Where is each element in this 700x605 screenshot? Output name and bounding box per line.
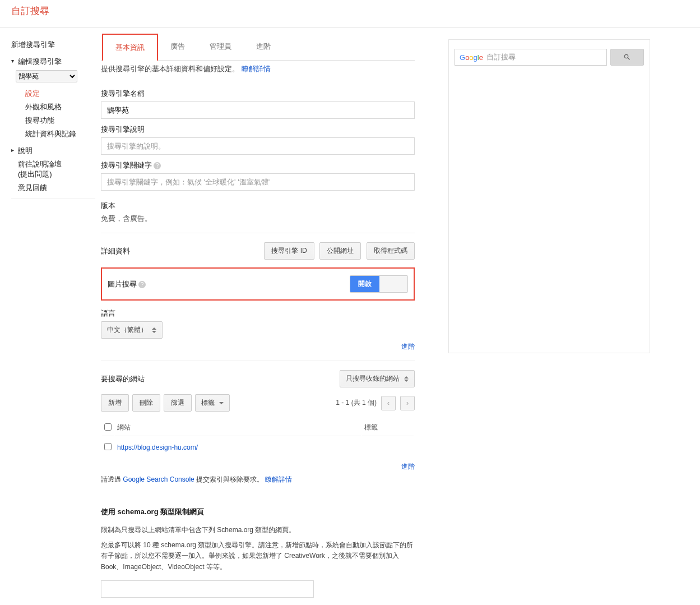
tabs: 基本資訊 廣告 管理員 進階 [101,34,415,61]
tab-description: 提供搜尋引擎的基本詳細資料和偏好設定。 瞭解詳情 [101,61,415,83]
version-value: 免費，含廣告。 [101,214,415,224]
learn-more-link[interactable]: 瞭解詳情 [242,64,271,73]
sidebar-item-settings[interactable]: 設定 [11,87,95,100]
schema-p2: 您最多可以將 10 種 schema.org 類型加入搜尋引擎。請注意，新增節點… [101,540,415,572]
schema-p1: 限制為只搜尋以上網站清單中包含下列 Schema.org 類型的網頁。 [101,525,415,535]
sites-table: 網站 標籤 https://blog.design-hu.com/ [101,418,415,459]
sidebar-edit-engine[interactable]: 編輯搜尋引擎 [11,55,95,68]
advanced-link-2[interactable]: 進階 [401,463,415,470]
preview-search-input[interactable]: Google 自訂搜尋 [455,49,607,66]
col-site: 網站 [115,419,361,436]
public-url-button[interactable]: 公開網址 [319,242,361,260]
details-label: 詳細資料 [101,246,130,256]
get-code-button[interactable]: 取得程式碼 [367,242,415,260]
delete-button[interactable]: 刪除 [132,394,160,412]
site-link[interactable]: https://blog.design-hu.com/ [117,444,198,451]
schema-input[interactable] [101,580,314,598]
sidebar-forum[interactable]: 前往說明論壇 (提出問題) [11,158,95,181]
main-content: 基本資訊 廣告 管理員 進階 提供搜尋引擎的基本詳細資料和偏好設定。 瞭解詳情 … [95,28,415,605]
prev-page-button[interactable]: ‹ [381,396,396,410]
name-label: 搜尋引擎名稱 [101,89,415,99]
engine-id-button[interactable]: 搜尋引擎 ID [264,242,314,260]
tab-basic[interactable]: 基本資訊 [102,34,158,61]
lang-label: 語言 [101,308,415,318]
help-icon[interactable]: ? [138,281,146,288]
sites-mode-select[interactable]: 只搜尋收錄的網站 [340,370,415,387]
preview-panel: Google 自訂搜尋 [448,39,650,353]
next-page-button[interactable]: › [400,396,415,410]
sidebar: 新增搜尋引擎 編輯搜尋引擎 鵠學苑 設定 外觀和風格 搜尋功能 統計資料與記錄 … [11,28,95,605]
kw-input[interactable] [101,173,415,191]
sites-label: 要搜尋的網站 [101,374,145,384]
sidebar-item-stats[interactable]: 統計資料與記錄 [11,127,95,141]
image-search-toggle[interactable]: 開啟 [350,275,408,293]
search-icon [623,53,631,61]
gsc-more-link[interactable]: 瞭解詳情 [265,475,292,483]
sidebar-item-lookfeel[interactable]: 外觀和風格 [11,100,95,114]
table-row: https://blog.design-hu.com/ [102,437,414,458]
page-title: 自訂搜尋 [0,0,700,22]
select-all-checkbox[interactable] [104,423,112,431]
schema-title: 使用 schema.org 類型限制網頁 [101,507,415,517]
filter-button[interactable]: 篩選 [164,394,192,412]
desc-input[interactable] [101,137,415,155]
engine-select[interactable]: 鵠學苑 [16,70,77,82]
preview-search-button[interactable] [610,49,644,66]
help-icon[interactable]: ? [154,162,161,169]
tag-dropdown[interactable]: 標籤 [195,394,230,412]
pagination-text: 1 - 1 (共 1 個) [336,398,377,408]
row-checkbox[interactable] [104,443,112,450]
google-logo: Google [460,53,483,62]
version-label: 版本 [101,201,415,211]
col-tag: 標籤 [362,419,414,436]
desc-label: 搜尋引擎說明 [101,124,415,135]
gsc-link[interactable]: Google Search Console [123,475,194,483]
gsc-text: 請透過 Google Search Console 提交索引與移除要求。 瞭解詳… [101,475,415,484]
tab-advanced[interactable]: 進階 [244,34,283,60]
add-button[interactable]: 新增 [101,394,129,412]
sidebar-new-engine[interactable]: 新增搜尋引擎 [11,38,95,52]
advanced-link[interactable]: 進階 [401,343,415,350]
image-search-highlight: 圖片搜尋? 開啟 [101,267,415,301]
sidebar-help[interactable]: 說明 [11,144,95,158]
sidebar-feedback[interactable]: 意見回饋 [11,181,95,195]
tab-admin[interactable]: 管理員 [197,34,244,60]
tab-ads[interactable]: 廣告 [158,34,197,60]
image-search-label: 圖片搜尋? [108,279,146,289]
lang-select[interactable]: 中文（繁體） [101,321,163,339]
sidebar-item-search[interactable]: 搜尋功能 [11,114,95,127]
kw-label: 搜尋引擎關鍵字? [101,160,415,170]
name-input[interactable] [101,101,415,119]
schema-section: 使用 schema.org 類型限制網頁 限制為只搜尋以上網站清單中包含下列 S… [101,507,415,605]
